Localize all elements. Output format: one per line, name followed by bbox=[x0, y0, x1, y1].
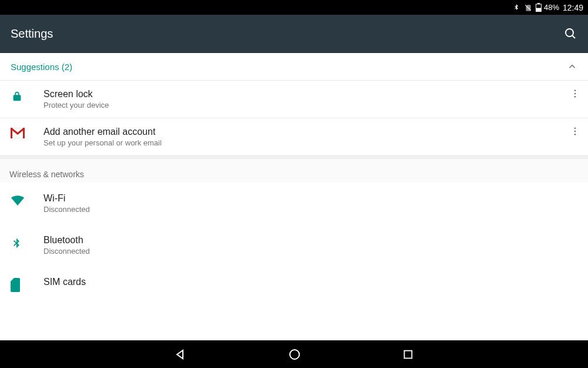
more-vert-icon bbox=[570, 126, 580, 137]
sim-card-icon bbox=[11, 277, 34, 292]
suggestions-header[interactable]: Suggestions (2) bbox=[0, 53, 588, 81]
recents-button[interactable] bbox=[402, 348, 415, 361]
more-vert-icon bbox=[570, 88, 580, 99]
svg-marker-14 bbox=[177, 350, 183, 359]
setting-title: Wi-Fi bbox=[44, 193, 577, 204]
battery-indicator: 48% bbox=[536, 3, 559, 12]
bluetooth-status-icon bbox=[512, 4, 520, 12]
settings-content: Suggestions (2) Screen lock Protect your… bbox=[0, 53, 588, 340]
no-sim-icon bbox=[524, 4, 532, 12]
suggestion-screen-lock[interactable]: Screen lock Protect your device bbox=[0, 81, 588, 118]
setting-title: SIM cards bbox=[44, 277, 577, 287]
overflow-menu-button[interactable] bbox=[568, 124, 582, 138]
svg-rect-10 bbox=[23, 128, 25, 138]
circle-home-icon bbox=[288, 347, 302, 362]
page-title: Settings bbox=[11, 27, 53, 41]
lock-icon bbox=[11, 89, 34, 103]
svg-point-7 bbox=[574, 96, 576, 98]
svg-line-4 bbox=[572, 35, 575, 38]
suggestion-title: Screen lock bbox=[44, 89, 577, 100]
suggestion-subtitle: Protect your device bbox=[44, 101, 577, 110]
svg-point-12 bbox=[574, 131, 576, 132]
category-wireless-networks: Wireless & networks bbox=[0, 159, 588, 183]
setting-title: Bluetooth bbox=[44, 235, 577, 246]
setting-subtitle: Disconnected bbox=[44, 247, 577, 256]
setting-subtitle: Disconnected bbox=[44, 205, 577, 214]
svg-rect-2 bbox=[536, 8, 541, 12]
setting-sim-cards[interactable]: SIM cards bbox=[0, 266, 588, 303]
setting-bluetooth[interactable]: Bluetooth Disconnected bbox=[0, 224, 588, 266]
home-button[interactable] bbox=[288, 347, 302, 362]
chevron-up-icon bbox=[567, 61, 577, 72]
suggestions-label: Suggestions (2) bbox=[11, 62, 72, 72]
back-button[interactable] bbox=[173, 347, 188, 362]
svg-point-13 bbox=[574, 134, 576, 135]
suggestion-title: Add another email account bbox=[44, 127, 577, 137]
navigation-bar bbox=[0, 340, 588, 368]
search-button[interactable] bbox=[563, 26, 577, 41]
square-recents-icon bbox=[402, 348, 415, 361]
clock: 12:49 bbox=[563, 3, 583, 12]
battery-icon bbox=[536, 3, 542, 12]
svg-point-3 bbox=[566, 29, 573, 37]
svg-rect-9 bbox=[11, 128, 12, 138]
search-icon bbox=[563, 26, 577, 41]
overflow-menu-button[interactable] bbox=[568, 87, 582, 101]
setting-wifi[interactable]: Wi-Fi Disconnected bbox=[0, 183, 588, 224]
svg-point-5 bbox=[574, 89, 576, 91]
wifi-icon bbox=[11, 193, 34, 206]
suggestion-subtitle: Set up your personal or work email bbox=[44, 138, 577, 147]
gmail-icon bbox=[11, 127, 34, 138]
app-bar: Settings bbox=[0, 15, 588, 53]
svg-point-6 bbox=[574, 93, 576, 95]
battery-percent: 48% bbox=[544, 3, 559, 12]
svg-point-11 bbox=[574, 127, 576, 129]
svg-point-15 bbox=[290, 350, 299, 359]
suggestion-add-email[interactable]: Add another email account Set up your pe… bbox=[0, 118, 588, 155]
status-bar: 48% 12:49 bbox=[0, 0, 588, 15]
bluetooth-icon bbox=[11, 235, 34, 250]
svg-rect-16 bbox=[405, 350, 412, 358]
triangle-back-icon bbox=[173, 347, 188, 362]
